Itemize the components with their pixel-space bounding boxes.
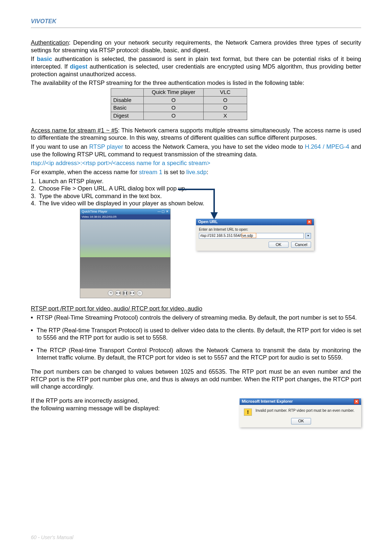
dropdown-icon[interactable]: ▾ xyxy=(305,233,311,239)
close-icon[interactable]: ✕ xyxy=(354,399,359,404)
table-row: Digest O X xyxy=(111,112,247,120)
access-paragraph-2: If you want to use an RTSP player to acc… xyxy=(31,143,361,158)
table-corner xyxy=(111,88,144,96)
dialog-titlebar: Microsoft Internet Explorer ✕ xyxy=(240,398,361,405)
cell-vlc: O xyxy=(204,104,247,112)
auth-paragraph-3: The availability of the RTSP streaming f… xyxy=(31,79,361,87)
play-icon[interactable]: ▷ xyxy=(137,290,143,296)
cell-qt: O xyxy=(144,96,204,104)
bullet-item: RTSP (Real-Time Streaming Protocol) cont… xyxy=(31,314,361,321)
dialog-title: Microsoft Internet Explorer xyxy=(242,399,293,404)
bullet-icon xyxy=(31,327,37,341)
cell-vlc: O xyxy=(204,96,247,104)
stream1-kw: stream 1 xyxy=(139,169,162,175)
cell-qt: O xyxy=(144,104,204,112)
ports-warn-b: the following warning message will be di… xyxy=(31,405,232,412)
list-item: 1.Launch an RTSP player. xyxy=(31,177,361,185)
player-video-canvas xyxy=(80,219,170,288)
bullet-icon xyxy=(31,346,37,361)
access-lead: Access name for stream #1 ~ #5 xyxy=(31,127,118,134)
col-vlc: VLC xyxy=(204,88,247,96)
rtsp-player-kw: RTSP player xyxy=(89,143,123,150)
row-label: Basic xyxy=(111,104,144,112)
rtsp-url-template: rtsp://<ip address>:<rtsp port>/<access … xyxy=(31,159,361,167)
url-highlight-box xyxy=(242,233,256,238)
player-controls: ⟲ ◄◄ ❚❚ ►► ▷ xyxy=(80,288,170,298)
page-footer: 60 - User's Manual xyxy=(31,534,73,540)
cell-qt: O xyxy=(144,112,204,120)
pause-icon[interactable]: ❚❚ xyxy=(122,290,128,296)
player-title: QuickTime Player xyxy=(82,210,107,214)
window-controls-icon: — ▢ ✕ xyxy=(158,210,169,214)
bullet-item: The RTCP (Real-time Transport Control Pr… xyxy=(31,346,361,361)
player-titlebar: QuickTime Player — ▢ ✕ xyxy=(80,209,170,214)
access-2b: to access the Network Camera, you have t… xyxy=(123,143,305,150)
auth-lead: Authentication xyxy=(31,39,69,46)
col-quicktime: Quick Time player xyxy=(144,88,204,96)
access-paragraph-3: For example, when the access name for st… xyxy=(31,168,361,176)
step-num: 1. xyxy=(31,177,39,185)
ok-button[interactable]: OK xyxy=(291,418,311,424)
ports-heading: RTSP port /RTP port for video, audio/ RT… xyxy=(31,305,361,312)
access-3a: For example, when the access name for xyxy=(31,169,139,175)
bullet-icon xyxy=(31,314,37,321)
forward-icon[interactable]: ►► xyxy=(130,290,135,296)
auth-digest-kw: digest xyxy=(70,63,87,70)
pointer-arrow-icon xyxy=(176,188,220,227)
row-label: Disable xyxy=(111,96,144,104)
auth-basic-kw: basic xyxy=(37,56,52,62)
access-3c: : xyxy=(207,169,208,175)
step-text: Choose File > Open URL. A URL dialog box… xyxy=(39,185,187,192)
step-num: 2. xyxy=(31,185,39,192)
warning-icon: ! xyxy=(244,409,252,416)
svg-marker-0 xyxy=(211,212,218,219)
cell-vlc: X xyxy=(204,112,247,120)
step-text: Type the above URL command in the text b… xyxy=(39,192,162,200)
row-label: Digest xyxy=(111,112,144,120)
bullet-text: The RTP (Real-time Transport Protocol) i… xyxy=(37,327,361,341)
bullet-text: The RTCP (Real-time Transport Control Pr… xyxy=(37,346,361,361)
bullet-item: The RTP (Real-time Transport Protocol) i… xyxy=(31,327,361,341)
auth-2a: If xyxy=(31,56,37,62)
ports-warn-a: If the RTP ports are incorrectly assigne… xyxy=(31,397,232,405)
ie-warning-message: Invalid port number. RTP video port must… xyxy=(256,409,355,413)
step-text: Launch an RTSP player. xyxy=(39,177,103,185)
auth-mode-table: Quick Time player VLC Disable O O Basic … xyxy=(111,88,247,120)
player-timestamp-strip: Video 16:38:01 2012/01/25 xyxy=(80,214,170,219)
step-num: 4. xyxy=(31,200,39,207)
open-url-label: Enter an Internet URL to open: xyxy=(199,227,311,232)
live-sdp-kw: live.sdp xyxy=(186,169,207,175)
bullet-text: RTSP (Real-Time Streaming Protocol) cont… xyxy=(37,314,357,321)
header-divider xyxy=(31,28,361,28)
close-icon[interactable]: ✕ xyxy=(307,219,312,225)
table-row: Disable O O xyxy=(111,96,247,104)
auth-paragraph-2: If basic authentication is selected, the… xyxy=(31,55,361,78)
access-paragraph: Access name for stream #1 ~ #5: This Net… xyxy=(31,127,361,141)
rewind-icon[interactable]: ◄◄ xyxy=(115,290,121,296)
brand-label: VIVOTEK xyxy=(31,18,361,25)
table-row: Basic O O xyxy=(111,104,247,112)
rewind-start-icon[interactable]: ⟲ xyxy=(108,290,114,296)
ok-button[interactable]: OK xyxy=(269,242,289,248)
ie-warning-dialog: Microsoft Internet Explorer ✕ ! Invalid … xyxy=(240,398,361,427)
step-num: 3. xyxy=(31,192,39,200)
codec-kw: H.264 / MPEG-4 xyxy=(305,143,349,150)
access-3b: is set to xyxy=(162,169,186,175)
player-screenshot: QuickTime Player — ▢ ✕ Video 16:38:01 20… xyxy=(80,209,171,298)
access-2a: If you want to use an xyxy=(31,143,89,150)
auth-text: : Depending on your network security req… xyxy=(31,39,361,53)
auth-paragraph: Authentication: Depending on your networ… xyxy=(31,39,361,54)
cancel-button[interactable]: Cancel xyxy=(291,242,311,248)
ports-heading-text: RTSP port /RTP port for video, audio/ RT… xyxy=(31,305,202,312)
ports-after-paragraph: The port numbers can be changed to value… xyxy=(31,368,361,390)
